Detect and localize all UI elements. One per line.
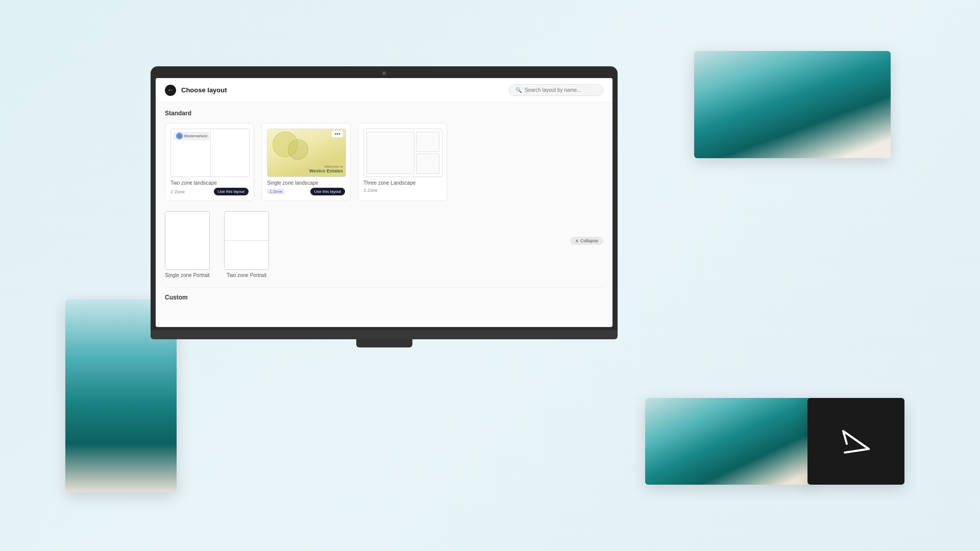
layout-card-three-zone-landscape[interactable]: Three zone Landscape 3 Zone	[358, 123, 447, 201]
two-zone-landscape-name: Two zone landscape	[170, 180, 249, 186]
two-zone-actions: 2 Zone Use this layout	[170, 188, 249, 195]
collapse-area: ∧ Collapse	[570, 237, 603, 245]
ocean-image-1	[694, 51, 891, 158]
app-content: Standard 🔖 Bookmarked	[156, 103, 612, 327]
featured-text: Welcome to Westco Estates	[309, 165, 343, 173]
back-button[interactable]: ←	[165, 85, 176, 96]
app-header: ← Choose layout 🔍	[156, 78, 612, 103]
page-title: Choose layout	[181, 86, 227, 94]
portrait-zone-bottom	[225, 241, 268, 269]
collapse-button[interactable]: ∧ Collapse	[570, 237, 603, 245]
floating-panel-arrow	[807, 398, 904, 485]
three-zone-actions: 3 Zone	[363, 188, 442, 193]
svg-line-0	[843, 431, 869, 449]
laptop-display: ← Choose layout 🔍 Standard	[156, 78, 612, 327]
three-zone-landscape-preview	[363, 129, 443, 177]
map-circle-2	[288, 139, 308, 160]
floating-panel-top-right	[694, 51, 891, 158]
single-zone-landscape-preview-wrapper: ••• ⚙ Welcome	[267, 129, 345, 177]
portrait-layout-row: Single zone Portrait Two zone Portrait	[165, 211, 603, 278]
zone-divider	[210, 129, 211, 177]
floating-panel-bottom-right	[645, 398, 813, 485]
three-zone-landscape-footer: Three zone Landscape 3 Zone	[363, 180, 442, 193]
collapse-arrow-icon: ∧	[575, 238, 579, 243]
single-zone-landscape-name: Single zone landscape	[267, 180, 345, 186]
use-single-zone-landscape-button[interactable]: Use this layout	[310, 188, 345, 195]
welcome-text: Welcome to	[309, 165, 343, 168]
bookmark-label: Bookmarked	[184, 134, 207, 138]
landscape-layout-row: 🔖 Bookmarked Two zone landscape 2 Zone	[165, 123, 603, 201]
laptop-frame: ← Choose layout 🔍 Standard	[151, 66, 618, 352]
back-arrow-icon: ←	[168, 87, 174, 93]
bookmark-badge: 🔖 Bookmarked	[174, 132, 210, 140]
portrait-zone-top	[225, 212, 268, 241]
two-zone-zone-label: 2 Zone	[170, 189, 185, 194]
search-icon: 🔍	[516, 87, 522, 93]
three-zone-label: 3 Zone	[363, 188, 378, 193]
single-zone-portrait-preview	[165, 211, 210, 270]
single-zone-landscape-footer: Single zone landscape 1 Zone Use this la…	[267, 180, 345, 195]
laptop-base	[151, 330, 618, 339]
two-zone-landscape-preview: 🔖 Bookmarked	[170, 129, 250, 177]
zone-block-bottom	[416, 154, 439, 174]
zone-block-top	[416, 132, 439, 152]
arrow-svg-icon	[836, 421, 876, 462]
zone-side-blocks	[416, 132, 439, 174]
single-zone-badge: 1 Zone	[267, 189, 285, 194]
layout-card-single-zone-portrait[interactable]: Single zone Portrait	[165, 211, 210, 278]
single-zone-actions: 1 Zone Use this layout	[267, 188, 345, 195]
laptop-screen-bezel: ← Choose layout 🔍 Standard	[151, 66, 618, 330]
ocean-image-3	[645, 398, 813, 485]
use-two-zone-landscape-button[interactable]: Use this layout	[214, 188, 249, 195]
zone-block-main	[366, 132, 414, 174]
laptop-stand	[356, 339, 412, 347]
three-zone-landscape-name: Three zone Landscape	[363, 180, 442, 186]
brand-text: Westco Estates	[309, 168, 343, 173]
two-zone-portrait-name: Two zone Portrait	[224, 272, 269, 278]
two-zone-landscape-footer: Two zone landscape 2 Zone Use this layou…	[170, 180, 249, 195]
svg-line-1	[845, 449, 869, 453]
layout-card-two-zone-portrait[interactable]: Two zone Portrait	[224, 211, 269, 278]
custom-section-title: Custom	[165, 287, 603, 301]
search-input[interactable]	[525, 87, 597, 93]
three-dots-menu[interactable]: •••	[331, 130, 344, 138]
standard-section-title: Standard	[165, 110, 603, 117]
search-bar[interactable]: 🔍	[509, 84, 603, 96]
layout-card-two-zone-landscape[interactable]: 🔖 Bookmarked Two zone landscape 2 Zone	[165, 123, 254, 201]
bookmark-icon: 🔖	[176, 133, 183, 139]
app-container: ← Choose layout 🔍 Standard	[156, 78, 612, 327]
two-zone-portrait-preview	[224, 211, 269, 270]
single-zone-portrait-name: Single zone Portrait	[165, 272, 210, 278]
layout-card-single-zone-landscape[interactable]: ••• ⚙ Welcome	[261, 123, 351, 201]
laptop-camera	[382, 71, 386, 75]
